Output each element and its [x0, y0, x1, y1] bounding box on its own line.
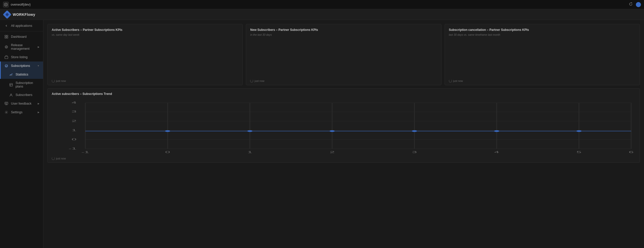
svg-point-6: [5, 46, 8, 48]
svg-text:1: 1: [247, 151, 252, 153]
content-area: Active Subscribers – Partner Subscriptio…: [43, 20, 644, 248]
release-icon: [4, 45, 8, 49]
kpi-title-active: Active Subscribers – Partner Subscriptio…: [52, 28, 238, 32]
logo-icon: [3, 2, 9, 7]
kpi-footer-active: just now: [52, 79, 238, 82]
trend-title: Active subscribers – Subscriptions Trend: [52, 92, 636, 96]
svg-marker-1: [5, 4, 7, 5]
chevron-right-icon-release: ▶: [38, 46, 39, 48]
subscribers-icon: [9, 93, 13, 97]
sidebar-label-all-applications: All applications: [11, 24, 32, 28]
sidebar-label-subscription-plans: Subscription plans: [16, 81, 39, 88]
refresh-icon-cancel: [449, 79, 452, 82]
kpi-footer-new: just now: [250, 79, 437, 82]
store-icon: [4, 55, 8, 59]
sidebar-item-dashboard[interactable]: Dashboard: [0, 32, 43, 41]
sidebar-item-left-settings: Settings: [4, 110, 22, 114]
svg-text:0: 0: [72, 138, 76, 141]
refresh-icon[interactable]: [629, 2, 633, 7]
logo-text: overwolf{dev}: [11, 3, 31, 6]
svg-text:1: 1: [72, 129, 76, 131]
sidebar-item-user-feedback[interactable]: User feedback ▶: [0, 99, 43, 108]
svg-rect-9: [5, 56, 8, 59]
svg-point-51: [329, 130, 335, 132]
chart-area: 4 3 2 1 0 -1: [52, 99, 636, 155]
chevron-right-icon-feedback: ▶: [38, 102, 39, 105]
refresh-icon-active: [52, 79, 55, 82]
svg-point-52: [412, 130, 417, 132]
sidebar-item-store-listing[interactable]: Store listing: [0, 53, 43, 61]
svg-point-15: [10, 94, 12, 95]
main-layout: All applications Dashboard: [0, 20, 644, 248]
svg-text:3: 3: [412, 151, 417, 153]
svg-text:5: 5: [576, 151, 581, 153]
trend-chart-card: Active subscribers – Subscriptions Trend…: [47, 88, 640, 163]
kpi-footer-text-new: just now: [254, 79, 264, 82]
sidebar-label-subscribers: Subscribers: [16, 93, 32, 97]
topbar-right: [629, 2, 641, 7]
kpi-subtitle-new: in the last 30 days: [250, 33, 437, 36]
avatar[interactable]: [636, 2, 641, 7]
refresh-icon-new: [250, 79, 253, 82]
chevron-left-icon: [4, 24, 8, 28]
app-bar: WORKFlowy: [0, 9, 644, 20]
svg-point-50: [247, 130, 252, 132]
svg-rect-2: [5, 35, 6, 36]
kpi-cards-row: Active Subscribers – Partner Subscriptio…: [47, 24, 640, 85]
sidebar-label-subscriptions: Subscriptions: [11, 64, 30, 68]
sidebar-label-release-management: Release management: [11, 43, 35, 51]
svg-text:3: 3: [72, 110, 76, 113]
logo: overwolf{dev}: [3, 2, 31, 7]
svg-text:0: 0: [165, 151, 170, 153]
kpi-title-cancel: Subscription cancellation – Partner Subs…: [449, 28, 636, 32]
kpi-title-new: New Subscribers – Partner Subscriptions …: [250, 28, 437, 32]
sidebar-label-statistics: Statistics: [16, 73, 28, 76]
kpi-footer-text-cancel: just now: [453, 79, 463, 82]
sidebar-label-settings: Settings: [11, 110, 22, 114]
svg-rect-5: [7, 37, 8, 38]
sidebar-item-release-management[interactable]: Release management ▶: [0, 41, 43, 53]
sidebar-item-left-release: Release management: [4, 43, 35, 51]
sidebar-item-left-subscriptions: Subscriptions: [4, 64, 30, 68]
svg-rect-3: [7, 35, 8, 36]
trend-svg: 4 3 2 1 0 -1: [52, 99, 636, 155]
kpi-card-new-subscribers: New Subscribers – Partner Subscriptions …: [246, 24, 441, 85]
feedback-icon: [4, 102, 8, 106]
kpi-spacer-new: [250, 38, 437, 77]
svg-rect-4: [5, 37, 6, 38]
sidebar-item-subscriptions[interactable]: Subscriptions ▼: [0, 61, 43, 70]
kpi-spacer-active: [52, 38, 238, 77]
sidebar-item-settings[interactable]: Settings ▶: [0, 108, 43, 117]
sidebar-item-statistics[interactable]: Statistics: [0, 70, 43, 79]
sidebar-item-left-feedback: User feedback: [4, 102, 32, 106]
kpi-card-active-subscribers: Active Subscribers – Partner Subscriptio…: [47, 24, 243, 85]
svg-text:2: 2: [330, 151, 334, 153]
subscriptions-icon: [4, 64, 8, 68]
sidebar-item-subscription-plans[interactable]: Subscription plans: [0, 79, 43, 91]
sidebar-label-user-feedback: User feedback: [11, 102, 32, 105]
sidebar-item-all-applications[interactable]: All applications: [0, 21, 43, 30]
sidebar-label-dashboard: Dashboard: [11, 35, 26, 39]
app-name: WORKFlowy: [13, 13, 35, 17]
sidebar: All applications Dashboard: [0, 20, 43, 248]
svg-rect-12: [10, 83, 12, 86]
svg-rect-16: [5, 102, 8, 104]
statistics-icon: [9, 72, 13, 77]
sidebar-item-subscribers[interactable]: Subscribers: [0, 91, 43, 99]
svg-text:-1: -1: [69, 147, 76, 150]
topbar: overwolf{dev}: [0, 0, 644, 9]
chevron-right-icon-settings: ▶: [38, 111, 39, 114]
kpi-footer-cancel: just now: [449, 79, 636, 82]
svg-point-53: [494, 130, 499, 132]
kpi-card-cancellation: Subscription cancellation – Partner Subs…: [445, 24, 640, 85]
sidebar-divider-1: [0, 31, 43, 31]
settings-icon: [4, 110, 8, 114]
svg-text:4: 4: [494, 151, 499, 153]
svg-point-49: [165, 130, 170, 132]
svg-point-7: [6, 46, 7, 47]
dashboard-icon: [4, 35, 8, 39]
plans-icon: [9, 83, 13, 87]
svg-text:6: 6: [629, 151, 634, 153]
chart-footer: just now: [52, 157, 636, 160]
svg-text:2: 2: [72, 120, 76, 122]
